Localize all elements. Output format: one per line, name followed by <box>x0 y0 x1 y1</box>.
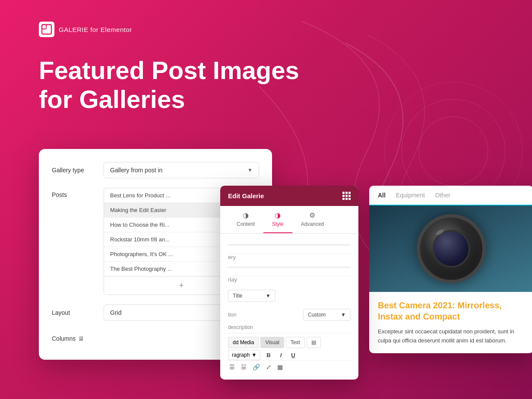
logo-text: GALERIE for Elementor <box>59 26 132 33</box>
bold-button[interactable]: B <box>263 350 274 360</box>
overlay-label-partial: rlay <box>228 276 351 283</box>
table-icon-button[interactable]: ▤ <box>307 337 321 348</box>
edit-toolbar: dd Media Visual Text ▤ <box>228 333 351 350</box>
gallery-type-label: Gallery type <box>52 167 104 174</box>
gallery-type-arrow-icon: ▼ <box>247 167 253 173</box>
overlay-section-row <box>228 262 351 276</box>
expand-icon[interactable]: ⤢ <box>265 362 272 372</box>
logo-icon <box>39 22 54 37</box>
underline-button[interactable]: U <box>288 350 298 360</box>
paragraph-arrow-icon: ▼ <box>251 352 256 358</box>
preview-tab-other[interactable]: Other <box>435 186 450 205</box>
edit-icon-row: ☰ ☱ 🔗 ⤢ ▦ <box>228 360 351 374</box>
content-tab-icon: ◑ <box>243 211 249 219</box>
description-label: description <box>228 324 351 330</box>
edit-panel-tabs: ◑ Content ◑ Style ⚙ Advanced <box>220 206 358 234</box>
paragraph-row: ragraph ▼ B I U <box>228 350 351 360</box>
gallery-label-partial: ery <box>228 254 351 260</box>
italic-button[interactable]: I <box>277 350 285 360</box>
grid-small-icon[interactable]: ▦ <box>276 362 284 372</box>
paragraph-dropdown[interactable]: ragraph ▼ <box>228 350 260 360</box>
preview-tab-equipment[interactable]: Equipment <box>396 186 425 205</box>
custom-select-row: tion Custom ▼ <box>228 305 351 324</box>
link-icon[interactable]: 🔗 <box>251 362 261 372</box>
preview-image-area <box>369 206 532 292</box>
camera-lens-image <box>417 214 486 283</box>
edit-panel-header: Edit Galerie <box>220 186 358 206</box>
style-tab-icon: ◑ <box>275 211 281 219</box>
monitor-icon: 🖥 <box>78 335 84 342</box>
gallery-section-row <box>228 240 351 254</box>
tab-advanced[interactable]: ⚙ Advanced <box>292 206 332 233</box>
title-dropdown[interactable]: Title ▼ <box>228 290 276 302</box>
layout-label: Layout <box>52 309 104 316</box>
tab-content[interactable]: ◑ Content <box>228 206 263 233</box>
edit-panel-body: ery rlay Title ▼ tion Custom ▼ descripti… <box>220 234 358 380</box>
preview-tab-all[interactable]: All <box>378 186 386 205</box>
gallery-section-bar <box>228 244 351 246</box>
preview-tabs: All Equipment Other <box>369 186 532 206</box>
preview-panel: All Equipment Other Best Camera 2021: Mi… <box>369 186 532 353</box>
gallery-type-dropdown[interactable]: Gallery from post in ▼ <box>104 162 259 178</box>
article-title: Best Camera 2021: Mirrorless, Instax and… <box>378 300 525 322</box>
header: GALERIE for Elementor <box>39 22 132 37</box>
preview-content: Best Camera 2021: Mirrorless, Instax and… <box>369 292 532 353</box>
text-button[interactable]: Text <box>286 337 305 348</box>
hero-title: Featured Post Images for Galleries <box>39 56 299 114</box>
custom-dropdown[interactable]: Custom ▼ <box>303 309 351 321</box>
custom-dropdown-arrow-icon: ▼ <box>341 312 346 318</box>
tab-style[interactable]: ◑ Style <box>263 206 292 233</box>
list-ordered-icon[interactable]: ☱ <box>240 362 248 372</box>
article-text: Excepteur sint occaecat cupidatat non pr… <box>378 327 525 345</box>
list-unordered-icon[interactable]: ☰ <box>228 362 236 372</box>
add-media-button[interactable]: dd Media <box>228 337 259 348</box>
overlay-section-bar <box>228 266 351 268</box>
posts-label: Posts <box>52 191 104 198</box>
visual-button[interactable]: Visual <box>260 337 284 348</box>
paragraph-label-partial: ragraph <box>232 352 250 358</box>
edit-panel: Edit Galerie ◑ Content ◑ Style ⚙ Advance… <box>220 186 358 380</box>
position-label: tion <box>228 312 236 318</box>
gallery-type-row: Gallery type Gallery from post in ▼ <box>52 162 259 178</box>
title-select-row: Title ▼ <box>228 286 351 305</box>
advanced-tab-icon: ⚙ <box>309 211 315 219</box>
grid-icon <box>342 192 351 200</box>
title-dropdown-arrow-icon: ▼ <box>266 293 271 299</box>
columns-label: Columns 🖥 <box>52 335 104 342</box>
